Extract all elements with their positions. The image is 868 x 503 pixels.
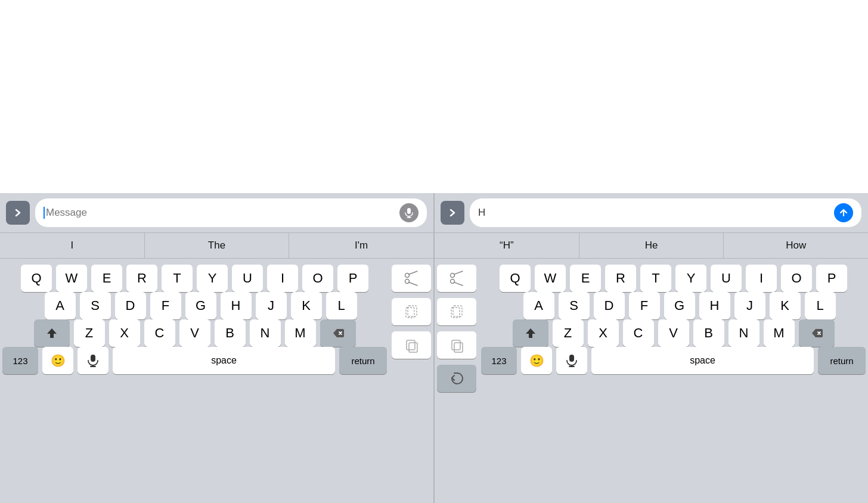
- key-O-left[interactable]: O: [302, 265, 333, 292]
- key-backspace-left[interactable]: [320, 319, 356, 347]
- key-Q-left[interactable]: Q: [21, 265, 52, 292]
- key-F-left[interactable]: F: [150, 292, 181, 319]
- key-A-left[interactable]: A: [45, 292, 76, 319]
- key-L-right[interactable]: L: [805, 292, 836, 319]
- key-I-right[interactable]: I: [746, 265, 777, 292]
- key-H-left[interactable]: H: [221, 292, 252, 319]
- key-shift-right[interactable]: [513, 319, 548, 347]
- key-J-right[interactable]: J: [734, 292, 765, 319]
- autocomplete-item-1-right[interactable]: He: [579, 233, 724, 258]
- paste-button-left[interactable]: [392, 331, 431, 359]
- key-F-right[interactable]: F: [629, 292, 660, 319]
- key-T-right[interactable]: T: [640, 265, 671, 292]
- key-P-right[interactable]: P: [816, 265, 847, 292]
- key-D-right[interactable]: D: [594, 292, 625, 319]
- undo-button-right[interactable]: [437, 365, 476, 392]
- key-X-left[interactable]: X: [109, 319, 140, 347]
- key-123-right[interactable]: 123: [481, 347, 517, 374]
- autocomplete-bar-left: I The I'm: [0, 232, 433, 259]
- key-R-right[interactable]: R: [605, 265, 636, 292]
- key-G-right[interactable]: G: [664, 292, 695, 319]
- key-O-right[interactable]: O: [781, 265, 812, 292]
- paste-button-right[interactable]: [437, 331, 476, 359]
- key-B-right[interactable]: B: [693, 319, 724, 347]
- send-button-right[interactable]: [834, 203, 853, 222]
- key-E-left[interactable]: E: [91, 265, 122, 292]
- autocomplete-item-2-right[interactable]: How: [724, 233, 868, 258]
- key-W-left[interactable]: W: [56, 265, 87, 292]
- mic-button-left[interactable]: [399, 203, 418, 222]
- key-X-right[interactable]: X: [588, 319, 619, 347]
- key-Z-right[interactable]: Z: [553, 319, 584, 347]
- key-V-left[interactable]: V: [179, 319, 210, 347]
- message-input-wrap-left[interactable]: [35, 198, 427, 228]
- key-U-left[interactable]: U: [232, 265, 263, 292]
- key-G-left[interactable]: G: [185, 292, 216, 319]
- key-I-left[interactable]: I: [267, 265, 298, 292]
- message-input-left[interactable]: [46, 207, 399, 219]
- key-L-left[interactable]: L: [326, 292, 357, 319]
- key-Y-left[interactable]: Y: [197, 265, 228, 292]
- key-123-left[interactable]: 123: [2, 347, 38, 374]
- key-N-left[interactable]: N: [250, 319, 281, 347]
- cut-button-left[interactable]: [392, 265, 431, 292]
- key-row-1-left: Q W E R T Y U I O P: [0, 259, 389, 292]
- key-M-left[interactable]: M: [285, 319, 316, 347]
- key-P-left[interactable]: P: [337, 265, 368, 292]
- key-space-right[interactable]: space: [591, 347, 814, 374]
- key-shift-left[interactable]: [34, 319, 70, 347]
- key-C-right[interactable]: C: [623, 319, 654, 347]
- key-emoji-right[interactable]: 🙂: [521, 347, 552, 374]
- key-W-right[interactable]: W: [535, 265, 566, 292]
- key-return-left[interactable]: return: [339, 347, 387, 374]
- key-A-right[interactable]: A: [523, 292, 554, 319]
- svg-rect-16: [452, 340, 460, 350]
- key-Y-right[interactable]: Y: [675, 265, 706, 292]
- key-N-right[interactable]: N: [728, 319, 760, 347]
- bottom-row-left: 123 🙂 space return: [0, 347, 389, 380]
- key-emoji-left[interactable]: 🙂: [42, 347, 73, 374]
- autocomplete-item-0-right[interactable]: “H”: [435, 233, 579, 258]
- key-backspace-right[interactable]: [799, 319, 835, 347]
- key-K-right[interactable]: K: [770, 292, 801, 319]
- expand-button-left[interactable]: [6, 201, 30, 225]
- key-H-right[interactable]: H: [699, 292, 730, 319]
- keyboard-right: “H” He How: [435, 193, 868, 503]
- key-V-right[interactable]: V: [658, 319, 689, 347]
- expand-button-right[interactable]: [441, 201, 464, 225]
- key-J-left[interactable]: J: [256, 292, 287, 319]
- key-mic-left[interactable]: [78, 347, 108, 374]
- key-Q-right[interactable]: Q: [500, 265, 531, 292]
- key-M-right[interactable]: M: [764, 319, 795, 347]
- key-Z-left[interactable]: Z: [74, 319, 105, 347]
- svg-point-7: [405, 280, 410, 284]
- copy-button-left[interactable]: [392, 298, 431, 325]
- keys-area-right: Q W E R T Y U I O P A S D F G: [479, 259, 868, 503]
- message-input-right[interactable]: [478, 207, 834, 219]
- key-return-right[interactable]: return: [818, 347, 866, 374]
- key-R-left[interactable]: R: [126, 265, 157, 292]
- key-C-left[interactable]: C: [144, 319, 175, 347]
- key-T-left[interactable]: T: [162, 265, 193, 292]
- key-row-2-right: A S D F G H J K L: [479, 292, 868, 319]
- autocomplete-item-0-left[interactable]: I: [0, 233, 145, 258]
- key-mic-right[interactable]: [556, 347, 587, 374]
- svg-rect-11: [409, 343, 417, 352]
- autocomplete-item-1-left[interactable]: The: [145, 233, 290, 258]
- autocomplete-item-2-left[interactable]: I'm: [289, 233, 433, 258]
- message-input-wrap-right[interactable]: [469, 198, 862, 228]
- key-D-left[interactable]: D: [115, 292, 146, 319]
- key-S-right[interactable]: S: [559, 292, 590, 319]
- svg-point-13: [451, 280, 455, 284]
- svg-rect-10: [407, 340, 415, 350]
- key-S-left[interactable]: S: [80, 292, 111, 319]
- key-E-right[interactable]: E: [570, 265, 601, 292]
- copy-button-right[interactable]: [437, 298, 476, 325]
- key-U-right[interactable]: U: [711, 265, 742, 292]
- key-space-left[interactable]: space: [113, 347, 335, 374]
- key-B-left[interactable]: B: [215, 319, 246, 347]
- cut-button-right[interactable]: [437, 265, 476, 292]
- key-K-left[interactable]: K: [291, 292, 322, 319]
- key-row-3-left: Z X C V B N M: [0, 319, 389, 347]
- svg-rect-0: [407, 208, 411, 214]
